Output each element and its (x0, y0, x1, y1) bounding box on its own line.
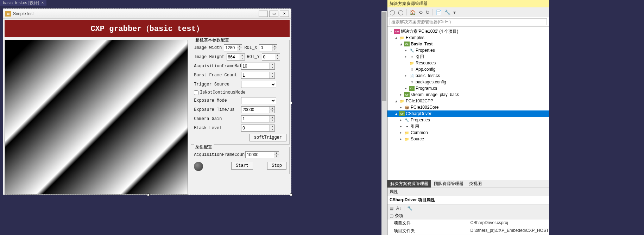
spinner-burst[interactable]: ▲▼ (241, 72, 275, 79)
combo-trigger-source[interactable] (241, 81, 276, 88)
search-input[interactable] (390, 18, 547, 25)
spinner-camera-gain[interactable]: ▲▼ (241, 115, 275, 122)
property-row[interactable]: 项目文件 CSharpDriver.csproj (387, 220, 549, 227)
input-roi-y[interactable] (262, 55, 275, 59)
tree-project-pcie-core[interactable]: ▸📦PCIe1002Core (387, 104, 549, 110)
minimize-button[interactable]: — (259, 11, 268, 17)
preview-icon[interactable]: ▾ (453, 9, 456, 15)
refresh-icon[interactable]: ↻ (425, 9, 430, 15)
spin-up-icon[interactable]: ▲ (270, 72, 274, 75)
tree-references[interactable]: ▸▪▪引用 (387, 53, 549, 60)
spin-up-icon[interactable]: ▲ (237, 45, 242, 48)
input-image-height[interactable] (227, 55, 240, 59)
collapse-icon[interactable]: ▢ (390, 214, 393, 218)
input-camera-gain[interactable] (241, 116, 270, 121)
forward-icon[interactable]: ◯ (398, 9, 404, 15)
property-row[interactable]: 项目文件夹 D:\others_prj\CXP_Embeded\CXP_HOST… (387, 227, 549, 235)
input-burst[interactable] (241, 73, 270, 78)
tree-folder-source[interactable]: ▸📁Source (387, 136, 549, 142)
spin-down-icon[interactable]: ▼ (270, 128, 274, 131)
tree-file-basic-test-cs[interactable]: ▸📄basic_test.cs (387, 72, 549, 79)
tree-properties[interactable]: ▸🔧Properties (387, 117, 549, 123)
tree-references[interactable]: ▸▪▪引用 (387, 123, 549, 129)
tree-folder-resources[interactable]: 📁Resources (387, 60, 549, 66)
combo-exposure-mode[interactable] (241, 97, 276, 104)
alphabetical-icon[interactable]: A↓ (396, 206, 401, 211)
tree-properties[interactable]: ▸🔧Properties (387, 47, 549, 53)
properties-category[interactable]: ▢杂项 (387, 212, 549, 220)
spin-up-icon[interactable]: ▲ (270, 125, 274, 128)
spin-down-icon[interactable]: ▼ (270, 66, 274, 69)
input-frame-counts[interactable] (246, 152, 274, 157)
tree-project-csharp-driver[interactable]: ◢C#CSharpDriver (387, 110, 549, 117)
tab-class-view[interactable]: 类视图 (466, 180, 485, 188)
tree-solution-root[interactable]: ▪sln解决方案'PCIe1002' (4 个项目) (387, 28, 549, 34)
spin-down-icon[interactable]: ▼ (275, 57, 280, 60)
spin-down-icon[interactable]: ▼ (272, 48, 277, 51)
soft-trigger-button[interactable]: softTrigger (250, 134, 286, 141)
spin-up-icon[interactable]: ▲ (270, 116, 274, 119)
tab-close-icon[interactable]: × (41, 0, 44, 5)
spin-down-icon[interactable]: ▼ (270, 119, 274, 122)
input-exposure-time[interactable] (241, 107, 270, 112)
scrollbar-thumb[interactable] (382, 12, 386, 101)
tree-file-packages-config[interactable]: ⚙packages.config (387, 79, 549, 85)
spinner-image-height[interactable]: ▲▼ (227, 53, 245, 61)
spin-down-icon[interactable]: ▼ (274, 155, 279, 158)
spinner-roi-x[interactable]: ▲▼ (259, 44, 277, 51)
solution-tree[interactable]: ▪sln解决方案'PCIe1002' (4 个项目) ◢📁Examples ◢C… (387, 27, 549, 180)
spin-down-icon[interactable]: ▼ (240, 57, 245, 60)
tree-project-stream-playback[interactable]: ▸C#stream_image_play_back (387, 91, 549, 98)
tree-folder-examples[interactable]: ◢📁Examples (387, 34, 549, 41)
show-all-icon[interactable]: 📄 (436, 9, 442, 15)
spin-up-icon[interactable]: ▲ (270, 63, 274, 66)
form-simpletest[interactable]: ▦ SimpleTest — ▭ ✕ CXP grabber（basic tes… (3, 8, 291, 195)
properties-icon[interactable]: 🔧 (444, 9, 450, 15)
tab-team-explorer[interactable]: 团队资源管理器 (431, 180, 466, 188)
stop-button[interactable]: Stop (267, 162, 286, 170)
tree-project-pcie-cpp[interactable]: ◢📁PCIe1002CPP (387, 98, 549, 104)
home-icon[interactable]: 🏠 (410, 9, 416, 15)
label-camera-gain: Camera Gain (194, 116, 239, 121)
spinner-black-level[interactable]: ▲▼ (241, 125, 275, 132)
tree-folder-common[interactable]: ▸📁Common (387, 129, 549, 136)
resize-handle[interactable] (147, 193, 150, 196)
spinner-frame-counts[interactable]: ▲▼ (245, 151, 279, 158)
collapse-icon[interactable]: ⟲ (418, 9, 423, 15)
spin-up-icon[interactable]: ▲ (275, 54, 280, 57)
back-icon[interactable]: ◯ (390, 9, 395, 15)
input-image-width[interactable] (224, 45, 237, 50)
solution-search[interactable] (387, 17, 549, 27)
close-button[interactable]: ✕ (280, 11, 289, 17)
tree-file-app-config[interactable]: ⚙App.config (387, 66, 549, 72)
spinner-exposure-time[interactable]: ▲▼ (241, 106, 275, 113)
spin-down-icon[interactable]: ▼ (270, 110, 274, 113)
tree-file-program-cs[interactable]: ▸C#Program.cs (387, 85, 549, 91)
tab-solution-explorer[interactable]: 解决方案资源管理器 (387, 180, 431, 188)
tab-basic-test-designer[interactable]: basic_test.cs [设计] × (0, 0, 46, 6)
spin-up-icon[interactable]: ▲ (240, 54, 245, 57)
checkbox-not-continuous[interactable]: IsNotContinousMode (194, 90, 286, 95)
resize-handle[interactable] (290, 193, 292, 196)
spin-up-icon[interactable]: ▲ (270, 107, 274, 110)
input-acq-framerate[interactable] (241, 64, 270, 69)
spinner-acq-framerate[interactable]: ▲▼ (241, 63, 275, 70)
designer-surface[interactable]: ▦ SimpleTest — ▭ ✕ CXP grabber（basic tes… (0, 6, 387, 198)
resize-handle[interactable] (290, 102, 292, 104)
input-black-level[interactable] (241, 126, 270, 131)
events-icon[interactable]: 🔧 (407, 206, 412, 211)
spin-up-icon[interactable]: ▲ (272, 45, 277, 48)
tree-project-basic-test[interactable]: ◢C#Basic_Test (387, 41, 549, 47)
form-title: SimpleTest (13, 11, 259, 16)
spinner-image-width[interactable]: ▲▼ (224, 44, 242, 51)
vertical-scrollbar[interactable] (381, 11, 387, 235)
spin-down-icon[interactable]: ▼ (237, 48, 242, 51)
maximize-button[interactable]: ▭ (269, 11, 278, 17)
spin-up-icon[interactable]: ▲ (274, 152, 279, 155)
spinner-roi-y[interactable]: ▲▼ (262, 53, 280, 61)
input-roi-x[interactable] (259, 45, 272, 50)
categorize-icon[interactable]: ▤ (390, 206, 393, 211)
start-button[interactable]: Start (231, 162, 253, 170)
checkbox-input[interactable] (194, 90, 198, 95)
spin-down-icon[interactable]: ▼ (270, 75, 274, 78)
